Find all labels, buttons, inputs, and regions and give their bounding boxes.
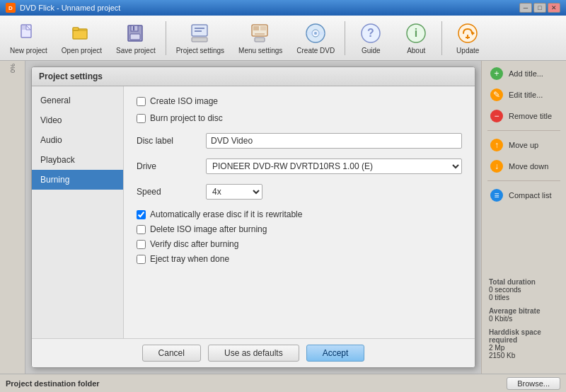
new-project-label: New project — [10, 47, 47, 54]
harddisk-space-stat: Harddisk space required 2 Mp 2150 Kb — [489, 328, 559, 359]
nav-playback[interactable]: Playback — [32, 150, 123, 170]
move-down-button[interactable]: ↓ Move down — [485, 156, 563, 176]
remove-title-button[interactable]: − Remove title — [485, 106, 563, 126]
cancel-button[interactable]: Cancel — [142, 345, 201, 362]
delete-iso-checkbox[interactable] — [137, 225, 146, 234]
minimize-button[interactable]: ─ — [519, 3, 532, 13]
toolbar-sep-2 — [345, 21, 345, 55]
app-icon: D — [6, 3, 16, 13]
dialog-body: General Video Audio Playback Burning Cre… — [32, 86, 475, 338]
drive-label: Drive — [137, 161, 200, 171]
disc-label-input[interactable] — [206, 133, 462, 149]
harddisk-space-label: Harddisk space required — [489, 328, 559, 344]
burn-to-disc-label[interactable]: Burn project to disc — [150, 113, 223, 123]
drive-select[interactable]: PIONEER DVD-RW DVRTD10RS 1.00 (E) — [206, 158, 462, 174]
add-title-icon: + — [490, 67, 503, 80]
right-panel: + Add title... ✎ Edit title... − Remove … — [481, 61, 566, 374]
compact-list-icon: ≡ — [490, 189, 503, 202]
eject-tray-label[interactable]: Eject tray when done — [150, 254, 229, 264]
update-icon — [456, 22, 479, 45]
add-title-button[interactable]: + Add title... — [485, 64, 563, 83]
title-bar-controls: ─ □ ✕ — [519, 3, 560, 13]
toolbar-sep-3 — [441, 21, 442, 55]
browse-button[interactable]: Browse... — [507, 377, 560, 390]
close-button[interactable]: ✕ — [548, 3, 560, 13]
svg-rect-6 — [73, 28, 79, 30]
edit-title-button[interactable]: ✎ Edit title... — [485, 85, 563, 105]
speed-row: Speed 4x 1x 2x 8x Max — [137, 184, 462, 200]
svg-rect-1 — [22, 25, 26, 30]
nav-video[interactable]: Video — [32, 110, 123, 130]
project-destination-label: Project destination folder — [6, 379, 100, 388]
toolbar-update[interactable]: Update — [446, 19, 489, 57]
toolbar-new-project[interactable]: New project — [4, 19, 53, 57]
total-duration-label: Total duration — [489, 278, 559, 286]
add-title-label: Add title... — [509, 69, 543, 78]
toolbar-save-project[interactable]: Save project — [110, 19, 161, 57]
toolbar-create-dvd[interactable]: Create DVD — [291, 19, 340, 57]
create-iso-label[interactable]: Create ISO image — [150, 96, 218, 106]
disc-label-text: Disc label — [137, 136, 200, 146]
about-icon: i — [405, 22, 427, 45]
edit-title-label: Edit title... — [509, 91, 543, 99]
toolbar-about[interactable]: i About — [395, 19, 437, 57]
use-as-defaults-button[interactable]: Use as defaults — [208, 345, 299, 362]
toolbar-project-settings[interactable]: Project settings — [171, 19, 230, 57]
guide-label: Guide — [362, 47, 381, 54]
toolbar-guide[interactable]: ? Guide — [350, 19, 392, 57]
create-iso-checkbox[interactable] — [137, 97, 146, 106]
delete-iso-label[interactable]: Delete ISO image after burning — [150, 224, 267, 234]
total-duration-stat: Total duration 0 seconds 0 titles — [489, 278, 559, 301]
save-project-icon — [125, 22, 147, 45]
svg-point-24 — [306, 31, 325, 35]
eject-tray-checkbox[interactable] — [137, 255, 146, 264]
nav-audio[interactable]: Audio — [32, 130, 123, 150]
guide-icon: ? — [359, 22, 382, 45]
create-dvd-label: Create DVD — [296, 47, 335, 54]
svg-rect-10 — [130, 34, 140, 40]
percent-label: 0% — [9, 64, 16, 73]
move-up-label: Move up — [509, 141, 538, 149]
verify-disc-label[interactable]: Verify disc after burning — [150, 239, 238, 249]
maximize-button[interactable]: □ — [533, 3, 546, 13]
new-project-icon — [17, 22, 40, 45]
compact-list-button[interactable]: ≡ Compact list — [485, 185, 563, 205]
open-project-label: Open project — [62, 47, 102, 54]
svg-rect-11 — [133, 26, 134, 30]
edit-title-icon: ✎ — [490, 88, 503, 101]
drive-row: Drive PIONEER DVD-RW DVRTD10RS 1.00 (E) — [137, 158, 462, 174]
burn-to-disc-checkbox[interactable] — [137, 114, 146, 123]
move-up-icon: ↑ — [490, 139, 503, 151]
speed-label: Speed — [137, 187, 200, 197]
auto-erase-checkbox[interactable] — [137, 210, 146, 219]
remove-title-icon: − — [490, 110, 503, 122]
avg-bitrate-stat: Average bitrate 0 Kbit/s — [489, 307, 559, 323]
save-project-label: Save project — [116, 47, 156, 54]
panel-stats: Total duration 0 seconds 0 titles Averag… — [482, 272, 566, 371]
sidebar-nav: General Video Audio Playback Burning — [32, 86, 124, 338]
accept-button[interactable]: Accept — [306, 345, 365, 362]
delete-iso-row: Delete ISO image after burning — [137, 224, 462, 234]
total-duration-val2: 0 titles — [489, 294, 559, 301]
avg-bitrate-val: 0 Kbit/s — [489, 315, 559, 323]
dialog-footer: Cancel Use as defaults Accept — [32, 338, 475, 367]
auto-erase-label[interactable]: Automatically erase disc if it is rewrit… — [150, 209, 302, 219]
toolbar-menu-settings[interactable]: Menu settings — [233, 19, 288, 57]
toolbar-open-project[interactable]: Open project — [56, 19, 108, 57]
total-duration-val1: 0 seconds — [489, 286, 559, 294]
toolbar-sep-1 — [166, 21, 166, 55]
svg-rect-17 — [253, 26, 259, 30]
move-up-button[interactable]: ↑ Move up — [485, 135, 563, 155]
nav-burning[interactable]: Burning — [32, 170, 123, 190]
bottom-bar: Project destination folder Browse... — [0, 374, 566, 392]
verify-disc-row: Verify disc after burning — [137, 239, 462, 249]
speed-select[interactable]: 4x 1x 2x 8x Max — [206, 184, 262, 200]
left-panel: 0% — [0, 61, 25, 374]
nav-general[interactable]: General — [32, 91, 123, 110]
title-bar: D DVD Flick - Unnamed project ─ □ ✕ — [0, 0, 566, 16]
main-container: 0% Project settings General Video Audio … — [0, 61, 566, 374]
verify-disc-checkbox[interactable] — [137, 240, 146, 249]
svg-rect-18 — [260, 26, 266, 30]
svg-rect-13 — [192, 38, 207, 42]
svg-rect-20 — [255, 38, 265, 42]
